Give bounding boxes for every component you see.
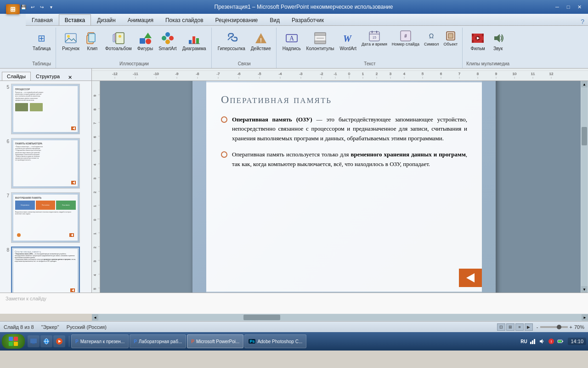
reading-view-button[interactable]: ≡ <box>515 323 524 331</box>
ribbon-help[interactable]: ? <box>581 18 588 25</box>
panel-close[interactable]: ✕ <box>67 75 74 80</box>
status-bar: Слайд 8 из 8 "Эркер" Русский (Россия) ⊡ … <box>0 321 588 332</box>
slide-thumb-7[interactable]: 7 ВНУТРЕННЯЯ ПАМЯТЬ Оперативная Постоянн… <box>2 191 90 244</box>
taskbar-label-material: Материал к презен... <box>80 339 125 344</box>
svg-point-11 <box>146 39 151 44</box>
slide-back-button[interactable] <box>459 269 482 287</box>
hyperlink-label: Гиперссылка <box>218 46 245 52</box>
show-desktop-button[interactable] <box>28 335 40 347</box>
slide-canvas-area[interactable]: Оперативная память Оперативная память (О… <box>100 81 588 293</box>
zoom-in-button[interactable]: + <box>570 324 572 330</box>
movie-button[interactable]: Фильм <box>468 29 487 53</box>
svg-text:1: 1 <box>93 233 96 235</box>
normal-view-button[interactable]: ⊡ <box>497 323 505 331</box>
qa-more[interactable]: ▾ <box>47 3 55 11</box>
sound-button[interactable]: Звук <box>488 29 508 53</box>
picture-button[interactable]: Рисунок <box>60 29 82 53</box>
ie-button[interactable] <box>40 335 52 347</box>
textbox-button[interactable]: A Надпись <box>280 29 303 53</box>
shapes-button[interactable]: Фигуры <box>135 29 155 53</box>
taskbar-label-ppt: Microsoft PowerPoi... <box>196 339 239 344</box>
slide-thumb-6[interactable]: 6 ПАМЯТЬ КОМПЬЮТЕРА • Память компьютера … <box>2 137 90 190</box>
scroll-thumb-h[interactable] <box>243 315 280 320</box>
close-button[interactable]: ✕ <box>574 2 584 12</box>
album-button[interactable]: Фотоальбом <box>103 29 134 53</box>
slide-preview-8[interactable]: Оперативная память • Оперативная память … <box>11 247 80 293</box>
datetime-button[interactable]: 15 Дата и время <box>360 29 389 48</box>
tab-structure[interactable]: Структура <box>31 72 65 80</box>
quick-access-toolbar: 💾 ↩ ↪ ▾ <box>19 3 55 11</box>
office-button[interactable]: ⊞ <box>6 4 20 14</box>
wordart-button[interactable]: W WordArt <box>337 29 359 53</box>
action-button[interactable]: ! Действие <box>249 29 273 53</box>
slideshow-button[interactable]: ▶ <box>525 323 533 331</box>
taskbar-btn-lab[interactable]: P Лабораторная раб... <box>130 334 186 348</box>
tab-view[interactable]: Вид <box>264 14 286 25</box>
svg-text:-1: -1 <box>334 72 337 76</box>
scroll-track-v[interactable] <box>581 87 588 286</box>
minimize-button[interactable]: ─ <box>552 2 562 12</box>
tab-review[interactable]: Рецензирование <box>209 14 264 25</box>
header-button[interactable]: Колонтитулы <box>304 29 337 53</box>
horizontal-scrollbar[interactable]: ◄ ► <box>92 314 588 321</box>
taskbar-btn-powerpoint[interactable]: P Microsoft PowerPoi... <box>187 334 243 348</box>
panel-header: Слайды Структура ✕ // Done in CSS -12 -1… <box>0 69 588 81</box>
scroll-down-button[interactable]: ▼ <box>581 286 588 293</box>
slides-panel: 5 ПРОЦЕССОР Процессор — это главный рабо… <box>0 81 92 293</box>
tab-insert[interactable]: Вставка <box>59 14 91 25</box>
slide-thumb-5[interactable]: 5 ПРОЦЕССОР Процессор — это главный рабо… <box>2 83 90 135</box>
qa-redo[interactable]: ↪ <box>38 3 46 11</box>
symbol-button[interactable]: Ω Символ <box>422 29 441 48</box>
scroll-track-h[interactable] <box>98 314 582 321</box>
taskbar-btn-photoshop[interactable]: Ps Adobe Photoshop C... <box>244 334 306 348</box>
smartart-button[interactable]: SmartArt <box>156 29 179 53</box>
start-button[interactable] <box>2 334 25 349</box>
vertical-scrollbar[interactable]: ▲ ▼ <box>581 81 588 293</box>
window-controls: ─ □ ✕ <box>552 2 584 12</box>
qa-undo[interactable]: ↩ <box>28 3 37 11</box>
zoom-slider[interactable] <box>540 326 568 328</box>
zoom-out-button[interactable]: - <box>537 324 538 330</box>
smartart-icon <box>160 31 175 46</box>
svg-point-15 <box>165 40 170 44</box>
tab-slides[interactable]: Слайды <box>2 72 31 80</box>
hyperlink-button[interactable]: Гиперссылка <box>215 29 248 53</box>
slide-thumb-8[interactable]: 8 Оперативная память • Оперативная памят… <box>2 246 90 293</box>
tab-home[interactable]: Главная <box>26 14 59 25</box>
tab-animation[interactable]: Анимация <box>122 14 159 25</box>
svg-text:11: 11 <box>531 72 535 76</box>
table-button[interactable]: ⊞ Таблица <box>30 29 53 53</box>
help-icon[interactable]: ? <box>581 18 584 25</box>
object-button[interactable]: Объект <box>442 29 460 48</box>
tray-network[interactable] <box>529 338 537 345</box>
tray-battery[interactable] <box>557 338 564 345</box>
tab-developer[interactable]: Разработчик <box>286 14 330 25</box>
clip-button[interactable]: Клип <box>83 29 102 53</box>
tab-slideshow[interactable]: Показ слайдов <box>159 14 209 25</box>
scroll-right-button[interactable]: ► <box>582 314 588 321</box>
scroll-left-button[interactable]: ◄ <box>92 314 98 321</box>
tray-lang[interactable]: RU <box>520 338 527 345</box>
slide-preview-5[interactable]: ПРОЦЕССОР Процессор — это главный рабочи… <box>11 84 80 134</box>
taskbar-btn-material[interactable]: P Материал к презен... <box>71 334 129 348</box>
slide-preview-7[interactable]: ВНУТРЕННЯЯ ПАМЯТЬ Оперативная Постоянная… <box>11 192 80 243</box>
tray-antivirus[interactable]: ! <box>548 338 555 345</box>
svg-rect-7 <box>116 33 124 44</box>
svg-text:3: 3 <box>93 178 96 179</box>
tab-design[interactable]: Дизайн <box>91 14 121 25</box>
desktop-icon <box>30 338 37 345</box>
scroll-up-button[interactable]: ▲ <box>581 81 588 87</box>
svg-rect-4 <box>89 34 95 42</box>
notes-area[interactable]: Заметки к слайду <box>0 293 588 314</box>
maximize-button[interactable]: □ <box>563 2 573 12</box>
media-player-button[interactable] <box>53 335 65 347</box>
slide-sorter-button[interactable]: ⊞ <box>506 323 514 331</box>
slide-preview-6[interactable]: ПАМЯТЬ КОМПЬЮТЕРА • Память компьютера — … <box>11 138 80 189</box>
slidenum-button[interactable]: # Номер слайда <box>390 29 421 48</box>
ribbon-group-media: Фильм Звук Клипы мультимедиа <box>464 28 512 68</box>
qa-save[interactable]: 💾 <box>19 3 28 11</box>
tray-volume[interactable] <box>538 338 546 345</box>
scroll-thumb-v[interactable] <box>582 127 587 145</box>
chart-button[interactable]: Диаграмма <box>180 29 209 53</box>
slide-canvas[interactable]: Оперативная память Оперативная память (О… <box>192 81 496 293</box>
